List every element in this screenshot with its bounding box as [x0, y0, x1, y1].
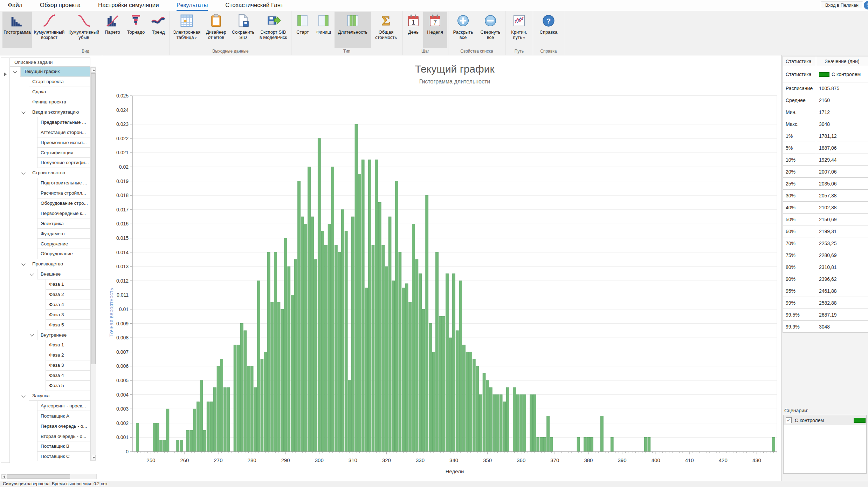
stats-row: 5%1887,06: [783, 142, 868, 154]
tree-item-аутсорсинг-проек-[interactable]: Аутсорсинг - проек...: [37, 401, 90, 411]
tree-item-первая-очередь-о-[interactable]: Первая очередь - о...: [37, 421, 90, 431]
ribbon-button-парето[interactable]: Парето: [101, 12, 124, 48]
chevron-expanded-icon[interactable]: [21, 170, 25, 174]
histogram-bar: [298, 181, 301, 452]
menu-tab-файл[interactable]: Файл: [8, 0, 22, 11]
tree-item-поставщик-а[interactable]: Поставщик А: [37, 411, 90, 421]
tree-item-фаза-3[interactable]: Фаза 3: [46, 360, 90, 371]
x-tick-label: 360: [517, 457, 525, 463]
chevron-expanded-icon[interactable]: [21, 393, 25, 397]
tree-item-оборудование-стро-[interactable]: Оборудование стро...: [37, 198, 90, 209]
stats-row-value: 2582,88: [816, 297, 868, 309]
tree-item-оборудование[interactable]: Оборудование: [37, 249, 90, 259]
tree-item-поставщик-в[interactable]: Поставщик В: [37, 441, 90, 452]
ribbon-button-неделя[interactable]: 7Неделя: [423, 12, 447, 48]
tree-item-фаза-5[interactable]: Фаза 5: [46, 381, 90, 391]
tree-item-предварительные-[interactable]: Предварительные ...: [37, 117, 90, 127]
tree-item-сдача[interactable]: Сдача: [29, 87, 90, 97]
tree-item-расчистка-стройпл-[interactable]: Расчистка стройпл...: [37, 188, 90, 198]
ribbon-button-раскрыть[interactable]: Раскрыть всё: [449, 12, 477, 48]
ribbon-group-вид: ГистограммаКумулятивный возрастКумулятив…: [1, 11, 170, 55]
chevron-expanded-icon[interactable]: [21, 110, 25, 114]
ribbon-toolbar: ГистограммаКумулятивный возрастКумулятив…: [0, 11, 868, 55]
ribbon-button-длительность[interactable]: Длительность: [335, 12, 371, 48]
ribbon-button-сохранить[interactable]: Сохранить SID: [230, 12, 256, 48]
tree-item-фаза-2[interactable]: Фаза 2: [46, 350, 90, 360]
ribbon-button-день[interactable]: 1День: [404, 12, 423, 48]
tree-item-фаза-4[interactable]: Фаза 4: [46, 299, 90, 310]
tree-item-фаза-4[interactable]: Фаза 4: [46, 371, 90, 381]
x-tick-label: 420: [719, 457, 728, 463]
chart-subtitle: Гистограмма длительности: [132, 79, 777, 85]
tree-item-первоочередные-к-[interactable]: Первоочередные к...: [37, 208, 90, 218]
tree-item-сооружение[interactable]: Сооружение: [37, 239, 90, 249]
tree-row: Фаза 2: [10, 290, 90, 300]
ribbon-button-тренд[interactable]: Тренд: [148, 12, 168, 48]
menu-tab-настройки-симуляции[interactable]: Настройки симуляции: [98, 0, 159, 11]
tree-item-сертификация[interactable]: Сертификация: [37, 148, 90, 158]
scroll-up-icon[interactable]: [91, 67, 96, 73]
scroll-down-icon[interactable]: [91, 455, 96, 460]
tree-item-текущий-график[interactable]: Текущий график: [20, 67, 90, 77]
ribbon-button-экспорт-sid[interactable]: Экспорт SID в МоделРиск: [256, 12, 290, 48]
tree-item-получение-сертифи-[interactable]: Получение сертифи...: [37, 158, 90, 168]
tree-item-подготовительные-[interactable]: Подготовительные ...: [37, 178, 90, 188]
menu-tab-обзор-проекта[interactable]: Обзор проекта: [40, 0, 81, 11]
histogram-bar: [204, 430, 206, 452]
ribbon-button-гистограмма[interactable]: Гистограмма: [2, 12, 32, 48]
ribbon-button-дизайнер[interactable]: Дизайнер отчетов: [202, 12, 230, 48]
ribbon-button-торнадо[interactable]: Торнадо: [124, 12, 148, 48]
tree-item-закупка[interactable]: Закупка: [29, 391, 90, 401]
scroll-left-icon[interactable]: [1, 474, 6, 479]
ribbon-button-общая[interactable]: ΣОбщая стоимость: [371, 12, 401, 48]
ribbon-group-тип: СтартФинишДлительностьΣОбщая стоимостьТи…: [291, 11, 402, 55]
chevron-expanded-icon[interactable]: [30, 332, 34, 336]
tree-item-приемочные-испыт-[interactable]: Приемочные испыт...: [37, 137, 90, 148]
tree-item-электрика[interactable]: Электрика: [37, 218, 90, 229]
menu-tab-стохастический-гант[interactable]: Стохастический Гант: [225, 0, 283, 11]
ribbon-group-label: Свойства списка: [449, 48, 504, 55]
tree-item-аттестация-сторон-[interactable]: Аттестация сторон...: [37, 127, 90, 137]
tree-item-фундамент[interactable]: Фундамент: [37, 229, 90, 239]
tree-vertical-scrollbar[interactable]: [90, 67, 96, 461]
ribbon-button-электронная[interactable]: Электронная таблица∨: [171, 12, 202, 48]
chevron-expanded-icon[interactable]: [21, 262, 25, 265]
histogram-bar: [426, 195, 428, 452]
ribbon-group-buttons: СтартФинишДлительностьΣОбщая стоимость: [292, 12, 401, 48]
ribbon-button-старт[interactable]: Старт: [292, 12, 313, 48]
help-circle-icon[interactable]: ?: [864, 1, 868, 9]
tree-item-старт-проекта[interactable]: Старт проекта: [29, 77, 90, 87]
stats-row: 90%2396,62: [783, 273, 868, 285]
ribbon-button-кумулятивный[interactable]: Кумулятивный возраст: [32, 12, 67, 48]
tree-item-внешнее[interactable]: Внешнее: [37, 269, 90, 279]
login-button[interactable]: Вход в Пеликан: [821, 1, 863, 9]
tree-item-фаза-3[interactable]: Фаза 3: [46, 310, 90, 320]
scenario-checkbox[interactable]: ✓: [786, 417, 792, 423]
tree-item-производство[interactable]: Производство: [29, 259, 90, 269]
tree-horizontal-scrollbar[interactable]: [1, 474, 97, 479]
tree-item-фаза-5[interactable]: Фаза 5: [46, 320, 90, 330]
ribbon-button-критич-[interactable]: Критич. путь∨: [507, 12, 532, 48]
scenario-row[interactable]: ✓С контролем: [784, 415, 866, 425]
tree-item-финиш-проекта[interactable]: Финиш проекта: [29, 97, 90, 107]
tree-item-вторая-очередь-о-[interactable]: Вторая очередь - о...: [37, 431, 90, 441]
scrollbar-thumb[interactable]: [91, 73, 96, 364]
tree-item-ввод-в-эксплуатацию[interactable]: Ввод в эксплуатацию: [29, 107, 90, 117]
chevron-expanded-icon[interactable]: [13, 69, 17, 73]
tree-item-фаза-1[interactable]: Фаза 1: [46, 340, 90, 350]
tree-item-фаза-2[interactable]: Фаза 2: [46, 290, 90, 300]
tree-row: Аттестация сторон...: [10, 127, 90, 137]
histogram-bar: [378, 203, 381, 452]
scrollbar-thumb[interactable]: [7, 474, 70, 479]
chevron-expanded-icon[interactable]: [30, 272, 34, 276]
ribbon-button-свернуть[interactable]: Свернуть всё: [477, 12, 504, 48]
tree-item-поставщик-с[interactable]: Поставщик С: [37, 452, 90, 461]
tree-item-фаза-1[interactable]: Фаза 1: [46, 279, 90, 290]
ribbon-button-кумулятивный[interactable]: Кумулятивный убыв: [67, 12, 101, 48]
menu-tab-результаты[interactable]: Результаты: [177, 0, 208, 11]
ribbon-button-справка[interactable]: ?Справка: [534, 12, 563, 48]
tree-item-внутреннее[interactable]: Внутреннее: [37, 330, 90, 340]
histogram-bar: [190, 430, 193, 452]
ribbon-button-финиш[interactable]: Финиш: [313, 12, 335, 48]
tree-item-строительство[interactable]: Строительство: [29, 168, 90, 178]
